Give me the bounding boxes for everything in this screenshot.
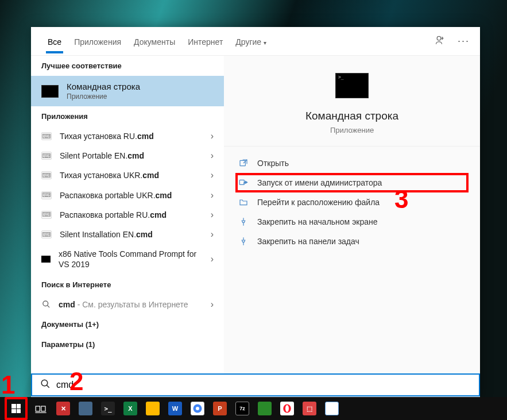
app-result-item[interactable]: ⌨ Тихая установка UKR.cmd › xyxy=(31,165,224,185)
svg-rect-7 xyxy=(36,406,40,411)
cmd-large-icon xyxy=(335,73,369,98)
taskbar-app-word[interactable]: W xyxy=(166,399,184,418)
tab-more[interactable]: Другие▾ xyxy=(229,29,273,53)
app-result-item[interactable]: ⌨ Silent Portable EN.cmd › xyxy=(31,146,224,165)
svg-point-11 xyxy=(196,407,199,410)
svg-point-1 xyxy=(42,301,48,306)
search-tabs: Все Приложения Документы Интернет Другие… xyxy=(31,27,480,56)
taskbar-app-opera[interactable] xyxy=(278,399,296,418)
best-match-item[interactable]: Командная строка Приложение xyxy=(31,76,224,106)
feedback-icon[interactable] xyxy=(435,34,446,48)
chevron-right-icon: › xyxy=(211,131,214,141)
section-documents[interactable]: Документы (1+) xyxy=(31,314,224,334)
taskbar: ✕ >_ X W P 7z ⬚ xyxy=(0,397,507,420)
taskbar-app[interactable]: ✕ xyxy=(54,399,72,418)
chevron-right-icon: › xyxy=(211,190,214,201)
action-run-as-admin[interactable]: Запуск от имени администратора xyxy=(235,173,469,192)
svg-line-2 xyxy=(47,305,49,307)
taskbar-app[interactable] xyxy=(256,399,274,418)
svg-point-5 xyxy=(41,380,48,386)
search-box[interactable] xyxy=(31,373,480,396)
pin-icon xyxy=(239,217,249,226)
app-result-item[interactable]: ⌨ Silent Installation EN.cmd › xyxy=(31,225,224,244)
taskbar-app[interactable]: ⬚ xyxy=(300,399,319,418)
task-view-button[interactable] xyxy=(32,399,50,418)
action-label: Закрепить на панели задач xyxy=(257,237,359,246)
section-best-match: Лучшее соответствие xyxy=(31,56,224,76)
chevron-right-icon: › xyxy=(211,254,214,264)
script-icon: ⌨ xyxy=(41,211,52,219)
chevron-right-icon: › xyxy=(211,170,214,180)
action-label: Перейти к расположению файла xyxy=(257,198,380,207)
script-icon: ⌨ xyxy=(41,132,52,140)
taskbar-app-excel[interactable]: X xyxy=(121,399,140,418)
app-result-item[interactable]: x86 Native Tools Command Prompt for VS 2… xyxy=(31,244,224,274)
folder-icon xyxy=(239,198,249,207)
taskbar-app[interactable]: >_ xyxy=(99,399,117,418)
start-search-panel: Все Приложения Документы Интернет Другие… xyxy=(31,27,480,398)
script-icon: ⌨ xyxy=(41,191,52,199)
chevron-down-icon: ▾ xyxy=(264,40,266,46)
best-match-subtitle: Приложение xyxy=(67,93,140,101)
script-icon: ⌨ xyxy=(41,152,52,160)
chevron-right-icon: › xyxy=(211,229,214,240)
script-icon: ⌨ xyxy=(41,171,52,179)
best-match-title: Командная строка xyxy=(67,82,140,91)
svg-point-13 xyxy=(285,405,289,412)
chevron-right-icon: › xyxy=(211,210,214,220)
app-result-item[interactable]: ⌨ Тихая установка RU.cmd › xyxy=(31,126,224,146)
web-search-item[interactable]: cmd - См. результаты в Интернете › xyxy=(31,295,224,314)
taskbar-app-chrome[interactable] xyxy=(188,399,207,418)
preview-subtitle: Приложение xyxy=(330,126,374,134)
search-icon xyxy=(40,379,51,391)
section-apps: Приложения xyxy=(31,106,224,126)
script-icon: ⌨ xyxy=(41,230,52,238)
taskbar-app-7zip[interactable]: 7z xyxy=(233,399,251,418)
pin-icon xyxy=(239,237,249,246)
svg-rect-3 xyxy=(240,160,245,165)
svg-rect-4 xyxy=(239,180,244,184)
section-web-search: Поиск в Интернете xyxy=(31,275,224,295)
search-icon xyxy=(41,300,51,309)
start-button[interactable] xyxy=(5,397,28,420)
action-pin-taskbar[interactable]: Закрепить на панели задач xyxy=(235,232,469,251)
search-input[interactable] xyxy=(56,380,471,390)
svg-point-0 xyxy=(437,36,441,40)
open-icon xyxy=(239,159,249,168)
tab-documents[interactable]: Документы xyxy=(127,29,181,53)
action-open-location[interactable]: Перейти к расположению файла xyxy=(235,192,469,212)
action-label: Запуск от имени администратора xyxy=(257,178,382,187)
cmd-icon xyxy=(41,85,59,98)
tab-all[interactable]: Все xyxy=(41,29,68,53)
terminal-icon xyxy=(41,256,51,263)
svg-line-6 xyxy=(47,385,49,388)
action-open[interactable]: Открыть xyxy=(235,153,469,173)
chevron-right-icon: › xyxy=(211,299,214,310)
shield-icon xyxy=(239,178,249,187)
annotation-1: 1 xyxy=(1,371,15,399)
tab-apps[interactable]: Приложения xyxy=(68,29,127,53)
taskbar-app-notepad[interactable] xyxy=(323,399,341,418)
chevron-right-icon: › xyxy=(211,151,214,161)
windows-logo-icon xyxy=(11,404,21,413)
preview-title: Командная строка xyxy=(305,110,398,122)
taskbar-app-explorer[interactable] xyxy=(144,399,162,418)
action-pin-start[interactable]: Закрепить на начальном экране xyxy=(235,212,469,232)
results-list: Лучшее соответствие Командная строка При… xyxy=(31,56,224,398)
action-label: Закрепить на начальном экране xyxy=(257,217,378,226)
action-label: Открыть xyxy=(257,159,289,168)
app-result-item[interactable]: ⌨ Распаковка portable RU.cmd › xyxy=(31,205,224,225)
more-options-icon[interactable]: ··· xyxy=(458,35,470,47)
taskbar-app[interactable] xyxy=(76,399,95,418)
app-result-item[interactable]: ⌨ Распаковка portable UKR.cmd › xyxy=(31,186,224,205)
tab-internet[interactable]: Интернет xyxy=(181,29,229,53)
svg-rect-8 xyxy=(41,406,45,411)
section-settings[interactable]: Параметры (1) xyxy=(31,334,224,355)
preview-pane: Командная строка Приложение Открыть Запу… xyxy=(224,56,480,398)
taskbar-app-powerpoint[interactable]: P xyxy=(211,399,229,418)
